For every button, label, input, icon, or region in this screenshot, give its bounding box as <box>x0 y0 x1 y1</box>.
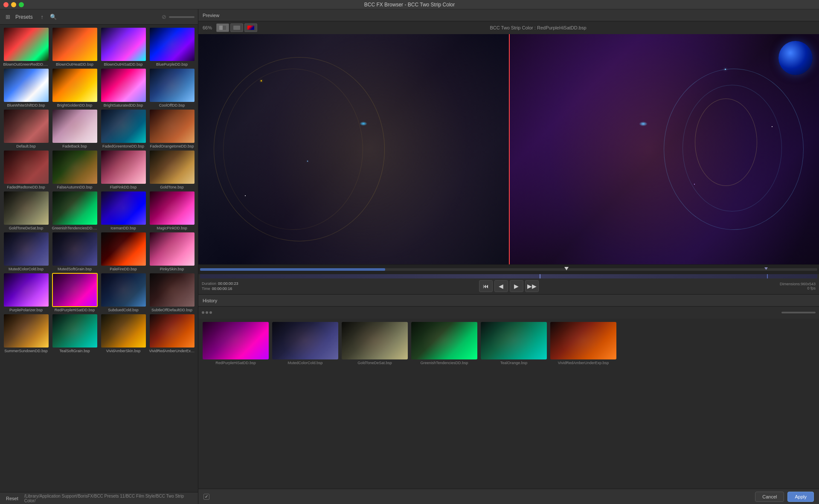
preset-item[interactable]: MutedColorCold.bsp <box>3 232 49 271</box>
preset-item[interactable]: PurplePolarizer.bsp <box>3 273 49 312</box>
preset-thumbnail <box>149 27 195 61</box>
history-item-name: VividRedAmberUnderExp.bsp <box>558 361 609 365</box>
filter-icon[interactable]: ⊘ <box>162 14 166 20</box>
history-item[interactable]: VividRedAmberUnderExp.bsp <box>550 322 616 365</box>
preset-thumbnail <box>149 191 195 225</box>
preset-name: FlatPinkDD.bsp <box>110 185 137 189</box>
preset-item[interactable]: FalseAutumnDD.bsp <box>51 150 98 189</box>
preset-thumbnail <box>149 109 195 143</box>
bottom-path: Reset /Library/Application Support/Boris… <box>0 492 198 504</box>
preset-item[interactable]: PaleFireDD.bsp <box>100 232 147 271</box>
before-view-button[interactable] <box>230 23 243 32</box>
preset-name: SubtleOffDefaultDD.bsp <box>151 308 192 312</box>
history-scrollbar[interactable] <box>781 312 816 313</box>
preset-item[interactable]: MagicPinkDD.bsp <box>148 191 195 230</box>
preset-item[interactable]: BrightSaturatedDD.bsp <box>100 68 147 107</box>
preset-name: MutedColorCold.bsp <box>9 267 44 271</box>
search-icon[interactable]: 🔍 <box>49 13 58 21</box>
preset-item[interactable]: Default.bsp <box>3 109 49 148</box>
preset-item[interactable]: TealSoftGrain.bsp <box>51 314 98 353</box>
preset-thumb-inner <box>4 273 49 307</box>
fps-value: 0 fps <box>764 286 816 290</box>
scrubber-track[interactable] <box>200 268 817 271</box>
preset-thumbnail <box>52 314 98 348</box>
preset-item[interactable]: VividRedAmberUnderExp.bsp <box>148 314 195 353</box>
close-button[interactable] <box>3 2 9 7</box>
preset-thumb-inner <box>52 110 97 143</box>
preset-thumbnail <box>101 191 146 225</box>
dot-1 <box>202 311 204 314</box>
step-back-button[interactable]: ◀ <box>494 280 508 292</box>
preset-item[interactable]: FadeBack.bsp <box>51 109 98 148</box>
preset-thumbnail <box>149 273 195 307</box>
step-forward-button[interactable]: ▶▶ <box>525 280 539 292</box>
preset-thumb-inner <box>150 314 195 348</box>
apply-button[interactable]: Apply <box>787 492 814 502</box>
preset-item[interactable]: SubduedCold.bsp <box>100 273 147 312</box>
preset-item[interactable]: BlownOutHiSatDD.bsp <box>100 27 147 67</box>
dimensions-value: Dimensions:960x543 <box>764 282 816 286</box>
history-item-name: GreenishTendenciesDD.bsp <box>420 361 468 365</box>
face-overlay <box>481 322 547 359</box>
preset-thumbnail <box>3 314 49 348</box>
after-view-button[interactable] <box>244 23 257 32</box>
preset-item[interactable]: BrightGoldenDD.bsp <box>51 68 98 107</box>
preview-header: Preview <box>198 9 819 21</box>
preset-item[interactable]: GreenishTendenciesDD.bsp <box>51 191 98 230</box>
preset-item[interactable]: GoldTone.bsp <box>148 150 195 189</box>
preview-controls: 66% BCC Two Strip Color : RedPurpleHiSat… <box>198 21 819 34</box>
preset-name: TealSoftGrain.bsp <box>59 349 90 353</box>
face-overlay <box>52 110 97 143</box>
preset-name: VividAmberSkin.bsp <box>106 349 140 353</box>
history-item[interactable]: TealOrange.bsp <box>481 322 547 365</box>
zoom-slider[interactable] <box>169 16 195 18</box>
preset-item[interactable]: RedPurpleHiSatDD.bsp <box>51 273 98 312</box>
preset-item[interactable]: IcemanDD.bsp <box>100 191 147 230</box>
history-thumbnail <box>411 322 477 359</box>
preset-item[interactable]: BlownOutGreenRedDD.bsp <box>3 27 49 67</box>
rewind-to-start-button[interactable]: ⏮ <box>479 280 493 292</box>
preset-item[interactable]: FadedGreentoneDD.bsp <box>100 109 147 148</box>
face-overlay <box>101 232 146 266</box>
preset-item[interactable]: BlownOutHeatDD.bsp <box>51 27 98 67</box>
minimize-button[interactable] <box>11 2 16 7</box>
preset-item[interactable]: FadedRedtoneDD.bsp <box>3 150 49 189</box>
preset-name: FadeBack.bsp <box>62 144 87 148</box>
time-value: 00:00:00:16 <box>212 287 232 291</box>
preset-item[interactable]: GoldToneDeSat.bsp <box>3 191 49 230</box>
preset-item[interactable]: BluePurpleDD.bsp <box>148 27 195 67</box>
split-line <box>509 34 510 264</box>
history-item[interactable]: RedPurpleHiSatDD.bsp <box>203 322 269 365</box>
grid-icon[interactable]: ⊞ <box>3 13 12 21</box>
dot-2 <box>206 311 208 314</box>
preset-thumb-inner <box>150 69 195 102</box>
preset-item[interactable]: FadedOrangetoneDD.bsp <box>148 109 195 148</box>
path-text: /Library/Application Support/BorisFX/BCC… <box>24 494 195 503</box>
history-item[interactable]: GreenishTendenciesDD.bsp <box>411 322 477 365</box>
preset-item[interactable]: PinkySkin.bsp <box>148 232 195 271</box>
face-overlay <box>52 191 97 225</box>
preset-item[interactable]: SummerSundownDD.bsp <box>3 314 49 353</box>
preset-item[interactable]: VividAmberSkin.bsp <box>100 314 147 353</box>
play-button[interactable]: ▶ <box>510 280 523 292</box>
preset-item[interactable]: CoolOffDD.bsp <box>148 68 195 107</box>
face-overlay <box>101 314 146 348</box>
maximize-button[interactable] <box>19 2 24 7</box>
preset-name: GreenishTendenciesDD.bsp <box>52 226 98 230</box>
face-overlay <box>550 322 616 359</box>
preset-name: PurplePolarizer.bsp <box>9 308 43 312</box>
apply-checkbox[interactable]: ✓ <box>203 494 209 500</box>
split-view-button[interactable] <box>216 23 229 32</box>
preset-thumb-inner <box>52 314 97 348</box>
upload-icon[interactable]: ↑ <box>38 13 46 21</box>
cancel-button[interactable]: Cancel <box>755 492 784 502</box>
history-item[interactable]: GoldToneDeSat.bsp <box>342 322 408 365</box>
preset-item[interactable]: MutedSoftGrain.bsp <box>51 232 98 271</box>
preset-item[interactable]: SubtleOffDefaultDD.bsp <box>148 273 195 312</box>
preset-name: GoldToneDeSat.bsp <box>9 226 44 230</box>
preset-item[interactable]: BlueWhiteShiftDD.bsp <box>3 68 49 107</box>
preset-item[interactable]: FlatPinkDD.bsp <box>100 150 147 189</box>
history-item[interactable]: MutedColorCold.bsp <box>272 322 338 365</box>
reset-button[interactable]: Reset <box>3 495 21 502</box>
preset-thumb-inner <box>101 110 146 143</box>
